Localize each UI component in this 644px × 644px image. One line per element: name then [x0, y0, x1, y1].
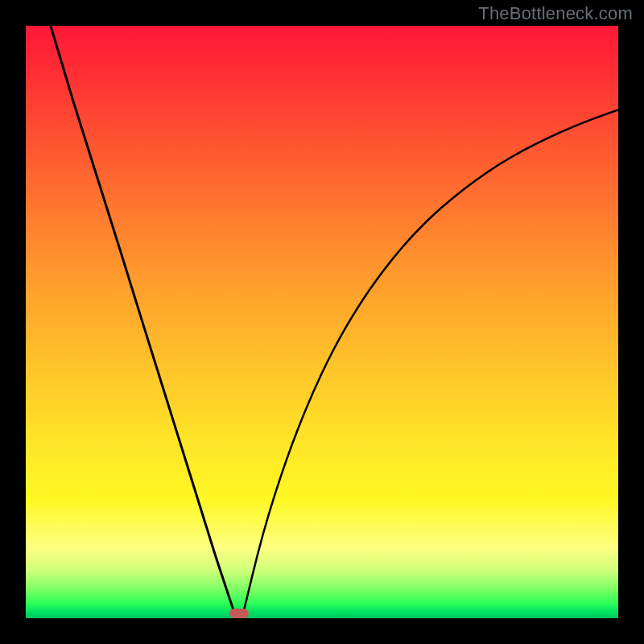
left-branch-line — [51, 26, 236, 618]
plot-area — [26, 26, 618, 618]
watermark-text: TheBottleneck.com — [478, 3, 633, 24]
min-marker — [229, 609, 249, 618]
chart-container: TheBottleneck.com — [0, 0, 644, 644]
right-branch-line — [242, 110, 618, 618]
curve-svg — [26, 26, 618, 618]
